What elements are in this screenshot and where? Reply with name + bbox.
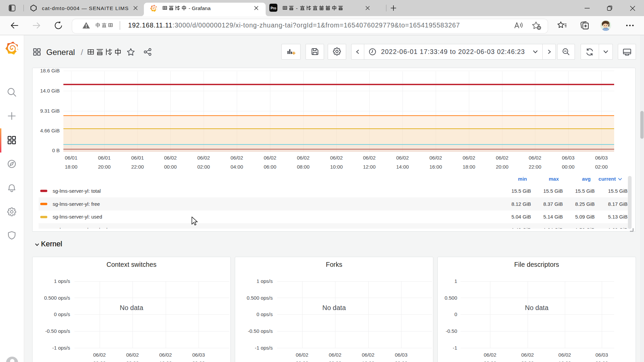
svg-text:Pro: Pro <box>271 6 276 10</box>
